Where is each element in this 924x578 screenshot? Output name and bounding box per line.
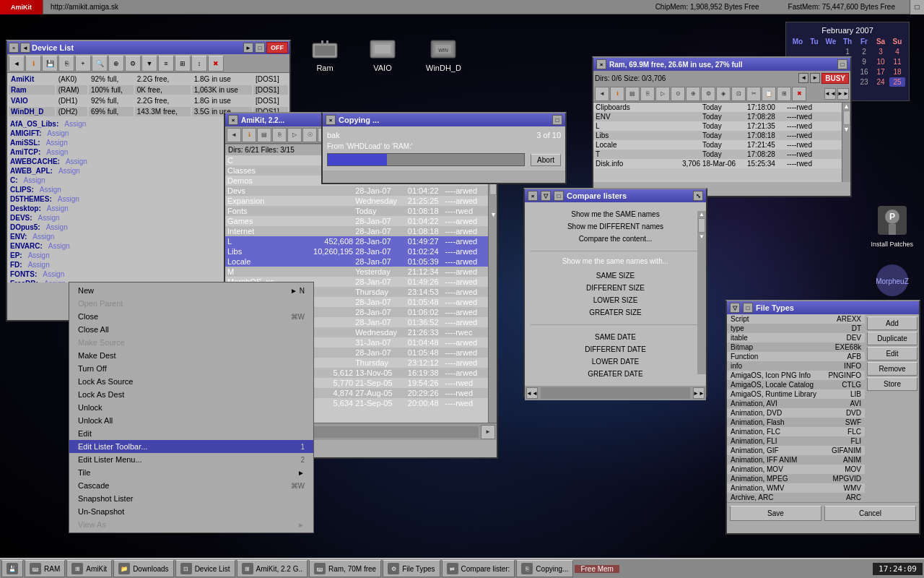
ram-prev[interactable]: ◄◄	[824, 88, 836, 100]
compare-content[interactable]: Compare the content...	[531, 233, 700, 245]
menu-close-all[interactable]: Close All	[69, 323, 313, 336]
filetypes-titlebar[interactable]: ▽ □ File Types	[727, 301, 919, 314]
icons-button[interactable]: ⊞	[175, 56, 191, 72]
ram-file-row[interactable]: Disk.info 3,706 18-Mar-06 15:25:34 ----r…	[593, 159, 842, 168]
file-row[interactable]: L 452,608 28-Jan-07 01:49:27 ----arwed	[225, 236, 488, 246]
delete-button[interactable]: ✖	[208, 56, 224, 72]
taskbar-compare[interactable]: ⇄ Compare lister:	[442, 560, 515, 577]
menu-edit[interactable]: Edit	[69, 427, 313, 440]
menu-lock-dest[interactable]: Lock As Dest	[69, 388, 313, 401]
compare-scroll-thumb[interactable]	[698, 218, 705, 233]
device-row[interactable]: VAIO (DH1) 92% full, 2.2G free, 1.8G in …	[9, 96, 288, 105]
menu-edit-lister-menu[interactable]: Edit Lister Menu... 2	[69, 453, 313, 466]
ram-tb-9[interactable]: ◈	[716, 87, 731, 101]
scroll-down[interactable]: ▼	[489, 210, 497, 220]
compare-same-date[interactable]: SAME DATE	[531, 331, 700, 343]
compare-nav-prev[interactable]: ◄◄	[526, 387, 538, 399]
ram-tb-1[interactable]: ◄	[595, 87, 609, 101]
device-row[interactable]: Ram (RAM) 100% full, 0K free, 1,063K in …	[9, 85, 288, 95]
ram-file-row[interactable]: T Today 17:08:28 ----rwed	[593, 150, 842, 159]
device-list-maximize[interactable]: □	[255, 43, 265, 53]
ram-file-row[interactable]: Clipboards Today 17:18:00 ----rwed	[593, 103, 842, 112]
file-row[interactable]: Internet 28-Jan-07 01:08:18 ----arwed	[225, 226, 488, 236]
compare-resize[interactable]: ⤡	[693, 191, 703, 201]
lister-t2[interactable]: ⎘	[272, 128, 287, 142]
menu-lock-source[interactable]: Lock As Source	[69, 375, 313, 388]
lister-info[interactable]: ℹ	[242, 128, 256, 142]
taskbar-amikit[interactable]: ⊞ AmiKit	[66, 560, 112, 577]
ram-scrollbar[interactable]: ▲ ▼	[842, 103, 850, 182]
compare-max[interactable]: □	[554, 191, 564, 201]
ram-tb-12[interactable]: 📋	[762, 87, 776, 101]
magnify-button[interactable]: ⊕	[108, 56, 124, 72]
taskbar-copying[interactable]: ⎘ Copying...	[516, 560, 573, 577]
lister-t1[interactable]: ▤	[257, 128, 271, 142]
file-type-row[interactable]: FunctionAFB	[727, 352, 865, 361]
ram-nav-left[interactable]: ◄	[798, 73, 808, 83]
compare-min[interactable]: ▽	[541, 191, 551, 201]
floppy-button[interactable]: 💾	[42, 56, 58, 72]
file-type-row[interactable]: Animation, FLCFLC	[727, 427, 865, 436]
ram-file-row[interactable]: Libs Today 17:08:18 ----rwed	[593, 131, 842, 140]
taskbar-amikit-2g[interactable]: ⊞ AmiKit, 2.2 G..	[237, 560, 308, 577]
info-button[interactable]: ℹ	[25, 56, 41, 72]
back-button[interactable]: ◄	[9, 56, 25, 72]
file-type-row[interactable]: Animation, AVIAVI	[727, 399, 865, 408]
off-button[interactable]: OFF	[266, 42, 288, 53]
compare-titlebar[interactable]: × ▽ □ Compare listers ⤡	[525, 189, 706, 202]
ram-tb-13[interactable]: ⊞	[777, 87, 791, 101]
taskbar-file-types[interactable]: ⚙ File Types	[383, 560, 440, 577]
device-row[interactable]: AmiKit (AK0) 92% full, 2.2G free, 1.8G i…	[9, 74, 288, 84]
ram-close[interactable]: ×	[596, 59, 606, 69]
ram-tb-7[interactable]: ⊕	[686, 87, 700, 101]
menu-snapshot[interactable]: Snapshot Lister	[69, 492, 313, 505]
duplicate-type-button[interactable]: Duplicate	[867, 332, 918, 345]
taskbar-downloads[interactable]: 📁 Downloads	[113, 560, 173, 577]
file-row[interactable]: Locale 28-Jan-07 01:05:39 ----arwed	[225, 256, 488, 267]
file-row[interactable]: Devs 28-Jan-07 01:04:22 ----arwed	[225, 186, 488, 196]
compare-same-size[interactable]: SAME SIZE	[531, 269, 700, 282]
ram-file-row[interactable]: ENV Today 17:08:28 ----rwed	[593, 112, 842, 121]
device-list-titlebar[interactable]: × ◄ Device List ► □ OFF	[7, 41, 289, 54]
file-type-row[interactable]: Animation, IFF ANIMANIM	[727, 455, 865, 465]
compare-scroll-up[interactable]: ▲	[697, 211, 706, 217]
copying-max[interactable]: □	[552, 115, 562, 125]
ram-tb-6[interactable]: ⊙	[671, 87, 685, 101]
file-type-row[interactable]: AmigaOS, Runtime LibraryLIB	[727, 389, 865, 399]
desktop-icon-ram[interactable]: Ram	[310, 36, 339, 72]
abort-button[interactable]: Abort	[531, 154, 561, 166]
copying-close[interactable]: ×	[326, 115, 336, 125]
ram-tb-11[interactable]: ✂	[746, 87, 761, 101]
ram-scroll-up[interactable]: ▲	[842, 103, 850, 110]
compare-scroll-down[interactable]: ▼	[697, 233, 706, 240]
menu-unlock[interactable]: Unlock	[69, 401, 313, 414]
sort-button[interactable]: ↕	[191, 56, 207, 72]
amikit-close[interactable]: ×	[228, 115, 238, 125]
file-row[interactable]: M Yesterday 21:12:34 ----arwed	[225, 267, 488, 277]
file-row[interactable]: Games 28-Jan-07 01:04:22 ----arwed	[225, 216, 488, 226]
file-type-row[interactable]: itableDEV	[727, 333, 865, 342]
amikit-scrollbar[interactable]: ▲ ▼	[488, 155, 497, 423]
add-button[interactable]: +	[75, 56, 91, 72]
file-type-row[interactable]: infoINFO	[727, 361, 865, 371]
filter-button[interactable]: ▼	[141, 56, 157, 72]
add-type-button[interactable]: Add	[867, 316, 918, 330]
file-type-row[interactable]: Animation, MOVMOV	[727, 465, 865, 474]
file-type-row[interactable]: Animation, DVDDVD	[727, 408, 865, 418]
file-type-row[interactable]: Animation, GIFGIFANIM	[727, 446, 865, 455]
lister-t3[interactable]: ▷	[287, 128, 302, 142]
ram-titlebar[interactable]: × Ram, 69.9M free, 26.6M in use, 27% ful…	[593, 58, 850, 71]
file-type-row[interactable]: Animation, WMVWMV	[727, 483, 865, 493]
save-button[interactable]: Save	[730, 506, 821, 521]
filetypes-min[interactable]: ▽	[730, 303, 740, 313]
copying-title[interactable]: × Copying ... □	[323, 113, 565, 126]
copy-button[interactable]: ⎘	[58, 56, 74, 72]
file-row[interactable]: Fonts Today 01:08:18 ----rwed	[225, 206, 488, 216]
ram-tb-10[interactable]: ⊡	[731, 87, 746, 101]
ram-scroll-thumb[interactable]	[843, 111, 850, 125]
file-type-row[interactable]: BitmapEXE68k	[727, 342, 865, 352]
close-button[interactable]: □	[910, 0, 924, 14]
menu-make-dest[interactable]: Make Dest	[69, 349, 313, 362]
ram-tb-5[interactable]: ▷	[655, 87, 670, 101]
ram-next[interactable]: ►►	[837, 88, 849, 100]
